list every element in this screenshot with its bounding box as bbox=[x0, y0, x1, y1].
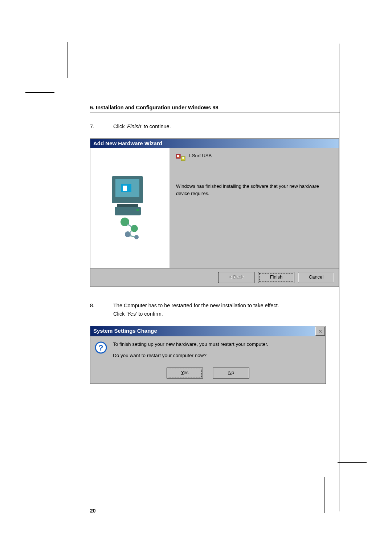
wizard-body: I-Surf USB Windows has finished installi… bbox=[170, 148, 339, 268]
svg-point-10 bbox=[134, 235, 139, 239]
crop-mark bbox=[25, 92, 54, 93]
svg-point-8 bbox=[131, 225, 138, 232]
crop-mark bbox=[68, 42, 68, 78]
svg-rect-20 bbox=[183, 158, 184, 159]
text: es bbox=[184, 370, 189, 375]
page-number: 20 bbox=[90, 508, 96, 514]
step-7: 7. Click 'Finish' to continue. bbox=[90, 122, 340, 130]
device-icon bbox=[176, 153, 185, 162]
svg-rect-12 bbox=[177, 155, 178, 156]
device-name: I-Surf USB bbox=[189, 153, 212, 158]
text: To finish setting up your new hardware, … bbox=[113, 341, 268, 347]
step-number: 8. bbox=[90, 301, 113, 318]
close-button[interactable]: ✕ bbox=[315, 327, 325, 336]
computer-icon bbox=[105, 173, 155, 242]
svg-rect-19 bbox=[182, 158, 183, 159]
wizard-button-bar: < Back Finish Cancel bbox=[90, 268, 339, 287]
wizard-artwork bbox=[90, 148, 170, 268]
text: Click bbox=[113, 311, 126, 317]
svg-rect-13 bbox=[178, 155, 179, 156]
svg-rect-18 bbox=[183, 157, 184, 158]
dialog-text: To finish setting up your new hardware, … bbox=[113, 341, 268, 364]
section-heading: 6. Installation and Configuration under … bbox=[90, 105, 340, 113]
text: Do you want to restart your computer now… bbox=[113, 353, 268, 358]
mnemonic: Y bbox=[181, 370, 183, 375]
add-hardware-wizard-dialog: Add New Hardware Wizard bbox=[90, 138, 339, 287]
page-content: 6. Installation and Configuration under … bbox=[90, 105, 340, 384]
yes-button[interactable]: Yes bbox=[167, 368, 203, 378]
no-button[interactable]: No bbox=[213, 368, 249, 378]
question-icon: ? bbox=[95, 341, 107, 354]
text: to confirm. bbox=[137, 311, 163, 317]
dialog-title: Add New Hardware Wizard bbox=[90, 139, 339, 148]
cancel-button[interactable]: Cancel bbox=[298, 272, 334, 283]
system-settings-change-dialog: System Settings Change ✕ ? To finish set… bbox=[90, 326, 326, 384]
crop-mark bbox=[338, 462, 367, 463]
dialog-button-bar: Yes No bbox=[90, 366, 326, 384]
step-text: Click 'Finish' to continue. bbox=[113, 122, 340, 130]
svg-rect-3 bbox=[123, 186, 127, 191]
mnemonic: N bbox=[228, 370, 232, 375]
svg-text:?: ? bbox=[98, 343, 103, 352]
step-text: The Computer has to be restarted for the… bbox=[113, 301, 340, 318]
emphasis: 'Yes' bbox=[126, 311, 137, 317]
svg-rect-4 bbox=[117, 204, 138, 207]
svg-rect-17 bbox=[182, 157, 183, 158]
back-button: < Back bbox=[218, 272, 254, 283]
close-icon: ✕ bbox=[318, 329, 322, 334]
emphasis: 'Finish' bbox=[126, 123, 142, 129]
dialog-title: System Settings Change bbox=[90, 326, 315, 336]
svg-rect-6 bbox=[136, 209, 139, 211]
step-8: 8. The Computer has to be restarted for … bbox=[90, 301, 340, 318]
text: Click bbox=[113, 123, 126, 129]
finish-button[interactable]: Finish bbox=[258, 272, 294, 283]
text: to continue. bbox=[142, 123, 171, 129]
crop-mark bbox=[324, 477, 324, 513]
wizard-message: Windows has finished installing the soft… bbox=[176, 183, 332, 197]
svg-rect-14 bbox=[177, 156, 178, 157]
svg-rect-15 bbox=[178, 156, 179, 157]
text: The Computer has to be restarted for the… bbox=[113, 303, 279, 308]
text: o bbox=[232, 370, 234, 375]
step-number: 7. bbox=[90, 122, 113, 130]
document-page: 6. Installation and Configuration under … bbox=[0, 0, 392, 555]
